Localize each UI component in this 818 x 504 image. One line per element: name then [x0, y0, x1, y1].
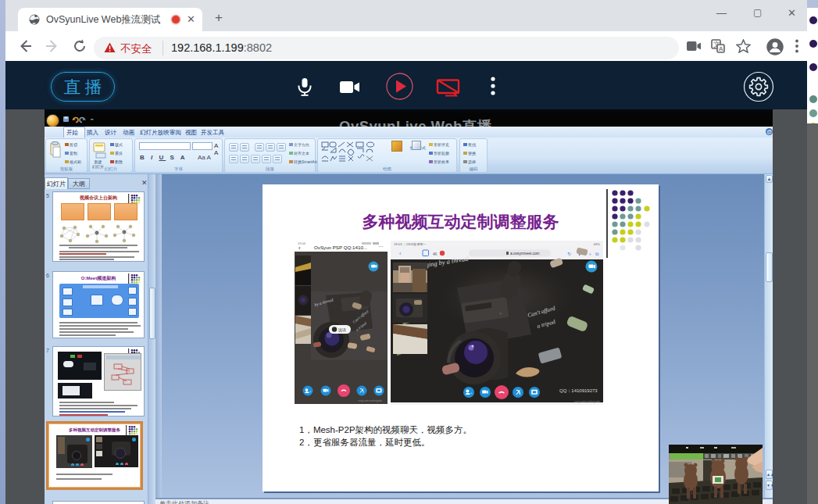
svg-text:vrng.oom.nefwrgado: vrng.oom.nefwrgado [358, 399, 382, 402]
svg-text:4K: 4K [433, 252, 438, 256]
svg-text:+: + [470, 391, 473, 395]
svg-text:＋: ＋ [588, 252, 592, 256]
svg-text:vrng.oom.nefwrgado: vrng.oom.nefwrgado [574, 400, 600, 403]
svg-text:‹: ‹ [298, 245, 301, 252]
svg-text:a.ovsynmeet.com: a.ovsynmeet.com [510, 252, 540, 256]
svg-text:A: A [719, 45, 723, 52]
svg-text:↻: ↻ [567, 252, 571, 256]
svg-text:说话: 说话 [338, 327, 346, 333]
svg-text:⋯: ⋯ [378, 244, 383, 248]
svg-text:46%: 46% [594, 242, 601, 246]
svg-text:⧉: ⧉ [595, 252, 599, 256]
svg-text:OvSyun PSP QQ:1410...: OvSyun PSP QQ:1410... [314, 245, 367, 250]
svg-text:QQ：1410919273: QQ：1410919273 [559, 388, 598, 393]
